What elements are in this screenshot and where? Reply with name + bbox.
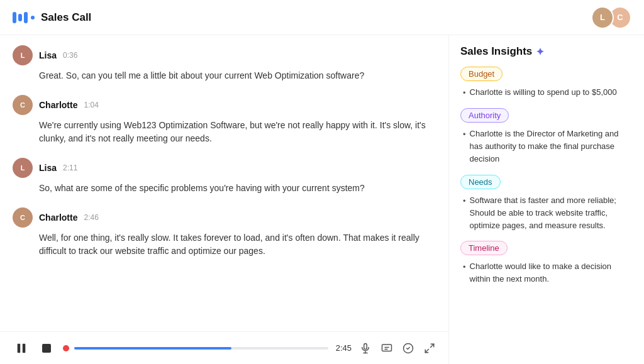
message-text: Well, for one thing, it's really slow. I… (13, 231, 436, 258)
bullet-icon: • (463, 195, 466, 232)
message-time: 1:04 (84, 101, 98, 109)
speaker-name: Lisa (39, 50, 57, 60)
pause-icon (16, 343, 27, 354)
insight-badge-authority: Authority (460, 108, 509, 123)
insight-badge-budget: Budget (460, 67, 502, 81)
speaker-name: Charlotte (39, 212, 77, 223)
bullet-icon: • (463, 87, 466, 99)
chat-messages: L Lisa 0:36 Great. So, can you tell me a… (0, 35, 448, 331)
insight-text-authority: • Charlotte is the Director of Marketing… (460, 128, 633, 165)
avatar-charlotte: C (13, 95, 33, 115)
message-time: 2:11 (63, 163, 77, 172)
message-text: We're currently using Web123 Optimizatio… (13, 119, 436, 145)
message-text: Great. So, can you tell me a little bit … (13, 69, 436, 82)
insight-badge-timeline: Timeline (460, 241, 508, 255)
logo-bar-2 (18, 14, 22, 21)
insight-text-needs: • Software that is faster and more relia… (460, 194, 633, 232)
header: Sales Call L C (0, 0, 644, 35)
player-bar: 2:45 (0, 331, 448, 364)
message-header: C Charlotte 2:46 (13, 207, 436, 228)
insight-section-timeline: Timeline • Charlotte would like to make … (460, 241, 633, 285)
app-title: Sales Call (41, 11, 91, 24)
chat-icon[interactable] (380, 342, 393, 355)
speaker-name: Charlotte (39, 100, 77, 110)
main-layout: L Lisa 0:36 Great. So, can you tell me a… (0, 35, 644, 364)
insight-text-budget: • Charlotte is willing to spend up to $5… (460, 86, 633, 99)
avatar-lisa: L (591, 6, 614, 29)
avatar-lisa: L (13, 45, 33, 65)
avatar-lisa: L (13, 158, 33, 178)
sparkle-icon: ✦ (536, 46, 544, 58)
message-header: L Lisa 2:11 (13, 158, 436, 178)
speaker-name: Lisa (39, 163, 57, 173)
insights-title: Sales Insights ✦ (460, 45, 633, 58)
insight-section-authority: Authority • Charlotte is the Director of… (460, 108, 633, 165)
svg-rect-0 (18, 343, 21, 352)
logo-dot (31, 16, 35, 19)
header-avatars: L C (591, 6, 631, 29)
header-left: Sales Call (13, 11, 91, 24)
insight-content: Charlotte is willing to spend up to $5,0… (470, 86, 617, 99)
chat-panel: L Lisa 0:36 Great. So, can you tell me a… (0, 35, 449, 364)
message: C Charlotte 1:04 We're currently using W… (13, 95, 436, 145)
insight-content: Charlotte is the Director of Marketing a… (470, 128, 633, 165)
insights-panel: Sales Insights ✦ Budget • Charlotte is w… (449, 35, 644, 364)
insight-badge-needs: Needs (460, 175, 501, 189)
message-header: C Charlotte 1:04 (13, 95, 436, 115)
recording-dot (63, 345, 69, 351)
svg-line-8 (425, 349, 428, 352)
current-time: 2:45 (336, 343, 352, 353)
logo-bar-3 (24, 12, 28, 23)
app-logo (13, 12, 35, 23)
message: C Charlotte 2:46 Well, for one thing, it… (13, 207, 436, 258)
message: L Lisa 2:11 So, what are some of the spe… (13, 158, 436, 195)
svg-line-7 (431, 344, 434, 347)
check-circle-icon[interactable] (402, 342, 414, 355)
stop-button[interactable] (38, 339, 55, 357)
progress-track[interactable] (74, 347, 328, 350)
progress-container[interactable] (63, 345, 328, 351)
pause-button[interactable] (13, 339, 30, 357)
message-time: 2:46 (84, 213, 98, 222)
insight-section-budget: Budget • Charlotte is willing to spend u… (460, 67, 633, 99)
insight-text-timeline: • Charlotte would like to make a decisio… (460, 260, 633, 285)
bullet-icon: • (463, 261, 466, 285)
message: L Lisa 0:36 Great. So, can you tell me a… (13, 45, 436, 82)
insight-content: Charlotte would like to make a decision … (470, 260, 633, 285)
player-controls (359, 342, 436, 355)
message-header: L Lisa 0:36 (13, 45, 436, 65)
logo-bar-1 (13, 12, 16, 23)
message-text: So, what are some of the specific proble… (13, 182, 436, 195)
insight-content: Software that is faster and more reliabl… (470, 194, 633, 232)
microphone-icon[interactable] (359, 342, 372, 355)
stop-icon (42, 344, 51, 353)
svg-rect-1 (23, 343, 26, 352)
insight-section-needs: Needs • Software that is faster and more… (460, 175, 633, 232)
expand-icon[interactable] (423, 342, 436, 355)
insights-title-text: Sales Insights (460, 45, 532, 58)
progress-fill (74, 347, 231, 350)
svg-rect-2 (364, 343, 367, 349)
avatar-charlotte: C (13, 207, 33, 228)
message-time: 0:36 (63, 51, 77, 60)
bullet-icon: • (463, 128, 466, 165)
